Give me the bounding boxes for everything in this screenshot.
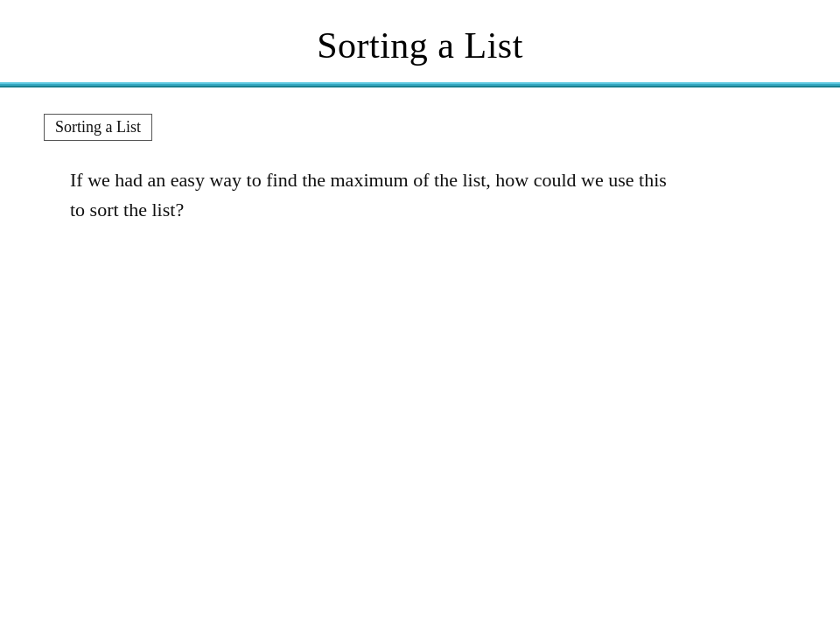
- subtitle-box: Sorting a List: [44, 114, 152, 141]
- slide-content: Sorting a List If we had an easy way to …: [0, 88, 840, 251]
- slide-title: Sorting a List: [0, 0, 840, 82]
- body-text: If we had an easy way to find the maximu…: [44, 165, 674, 225]
- slide-container: Sorting a List Sorting a List If we had …: [0, 0, 840, 630]
